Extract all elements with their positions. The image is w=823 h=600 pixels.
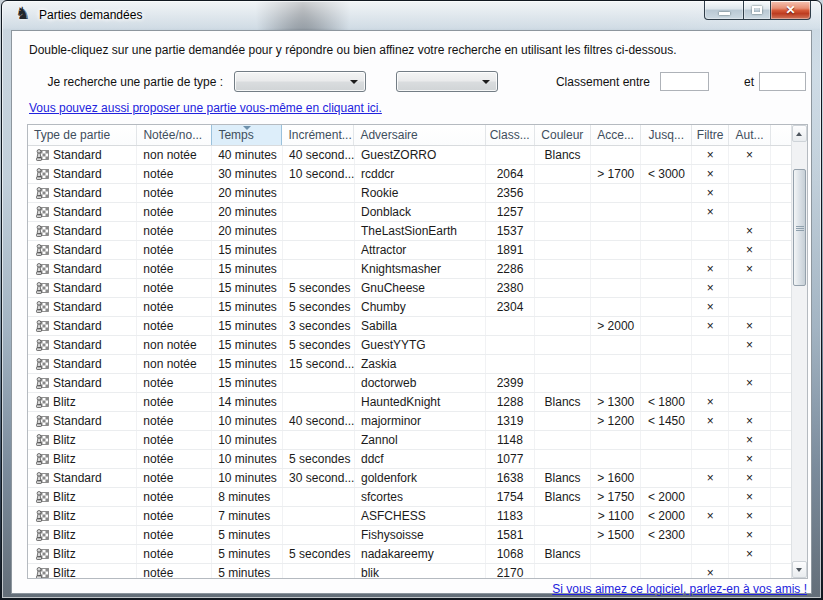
table-row[interactable]: Standardnotée15 minutes5 secondesChumby2… <box>28 298 791 317</box>
game-type-cell: Standard <box>28 355 137 373</box>
column-header-filler <box>771 125 791 145</box>
table-row[interactable]: Blitznotée7 minutesASFCHESS1183> 1100< 2… <box>28 507 791 526</box>
column-header-temps[interactable]: Temps <box>211 125 282 145</box>
game-subtype-select[interactable] <box>396 71 498 92</box>
game-type-cell: Standard <box>28 317 137 335</box>
chessboard-pawn-icon <box>35 376 49 390</box>
close-button[interactable]: ✕ <box>770 1 811 20</box>
chess-knight-icon: ♞ <box>15 4 30 24</box>
game-type-cell: Standard <box>28 222 137 240</box>
game-type-cell: Blitz <box>28 450 137 468</box>
table-row[interactable]: Standardnotée15 minutes3 secondesSabilla… <box>28 317 791 336</box>
arrow-up-icon <box>796 132 802 136</box>
column-header-jusqua[interactable]: Jusq... <box>641 125 692 145</box>
column-header-auto[interactable]: Aut... <box>729 125 771 145</box>
game-type-cell: Standard <box>28 412 137 430</box>
table-row[interactable]: Standardnotée15 minutesKnightsmasher2286… <box>28 260 791 279</box>
rating-min-input[interactable] <box>660 72 709 91</box>
table-row[interactable]: Blitznotée5 minutesblik2170× <box>28 564 791 578</box>
scrollbar-grip-icon <box>796 226 804 231</box>
column-header-type[interactable]: Type de partie <box>28 125 137 145</box>
game-type-cell: Standard <box>28 184 137 202</box>
titlebar[interactable]: ♞ Parties demandées ✕ <box>2 1 821 29</box>
column-header-filtre[interactable]: Filtre <box>692 125 728 145</box>
game-type-cell: Blitz <box>28 564 137 578</box>
sort-descending-icon <box>243 126 251 130</box>
propose-game-link[interactable]: Vous pouvez aussi proposer une partie vo… <box>29 101 382 115</box>
table-row[interactable]: Standardnotée15 minutesAttractor1891× <box>28 241 791 260</box>
game-type-cell: Standard <box>28 260 137 278</box>
chessboard-pawn-icon <box>35 243 49 257</box>
chessboard-pawn-icon <box>35 224 49 238</box>
chessboard-pawn-icon <box>35 148 49 162</box>
chessboard-pawn-icon <box>35 509 49 523</box>
table-row[interactable]: Standardnon notée15 minutes5 secondesGue… <box>28 336 791 355</box>
table-row[interactable]: Standardnon notée40 minutes40 second...G… <box>28 146 791 165</box>
table-row[interactable]: Standardnotée20 minutesTheLastSionEarth1… <box>28 222 791 241</box>
games-table: Type de partie Notée/no... Temps Incréme… <box>27 124 808 579</box>
table-row[interactable]: Standardnon notée15 minutes15 second...Z… <box>28 355 791 374</box>
column-header-increment[interactable]: Incrément... <box>282 125 354 145</box>
window-title: Parties demandées <box>39 8 142 22</box>
chessboard-pawn-icon <box>35 357 49 371</box>
game-type-cell: Standard <box>28 146 137 164</box>
chessboard-pawn-icon <box>35 167 49 181</box>
column-header-adversaire[interactable]: Adversaire <box>354 125 485 145</box>
table-row[interactable]: Blitznotée10 minutesZannol1148× <box>28 431 791 450</box>
table-row[interactable]: Blitznotée14 minutesHauntedKnight1288Bla… <box>28 393 791 412</box>
table-row[interactable]: Blitznotée5 minutesFishysoisse1581> 1500… <box>28 526 791 545</box>
game-type-label: Je recherche une partie de type : <box>42 75 223 89</box>
chessboard-pawn-icon <box>35 395 49 409</box>
content-panel: Double-cliquez sur une partie demandée p… <box>11 30 812 594</box>
column-header-rated[interactable]: Notée/no... <box>137 125 212 145</box>
chessboard-pawn-icon <box>35 186 49 200</box>
table-row[interactable]: Standardnotée15 minutes5 secondesGnuChee… <box>28 279 791 298</box>
column-header-accepte[interactable]: Acce... <box>591 125 641 145</box>
game-type-cell: Standard <box>28 165 137 183</box>
table-row[interactable]: Standardnotée30 minutes10 second...rcddc… <box>28 165 791 184</box>
chessboard-pawn-icon <box>35 528 49 542</box>
table-row[interactable]: Standardnotée10 minutes30 second...golde… <box>28 469 791 488</box>
dropdown-arrow-icon <box>350 80 358 84</box>
table-row[interactable]: Blitznotée5 minutes5 secondesnadakareemy… <box>28 545 791 564</box>
rating-between-label: Classement entre <box>492 75 650 89</box>
game-type-cell: Standard <box>28 469 137 487</box>
table-row[interactable]: Standardnotée10 minutes40 second...major… <box>28 412 791 431</box>
arrow-down-icon <box>796 568 802 572</box>
table-body: Standardnon notée40 minutes40 second...G… <box>28 146 791 578</box>
minimize-button[interactable] <box>704 1 744 20</box>
table-header: Type de partie Notée/no... Temps Incréme… <box>28 125 791 146</box>
game-type-cell: Blitz <box>28 507 137 525</box>
game-type-cell: Standard <box>28 336 137 354</box>
game-type-select[interactable] <box>234 71 366 92</box>
scrollbar-up-button[interactable] <box>792 125 807 142</box>
game-type-cell: Blitz <box>28 545 137 563</box>
column-header-classement[interactable]: Class... <box>486 125 535 145</box>
table-row[interactable]: Standardnotée20 minutesDonblack1257× <box>28 203 791 222</box>
game-type-cell: Standard <box>28 298 137 316</box>
dropdown-arrow-icon <box>482 80 490 84</box>
scrollbar-thumb[interactable] <box>793 169 806 286</box>
table-row[interactable]: Standardnotée15 minutesdoctorweb2399× <box>28 374 791 393</box>
chessboard-pawn-icon <box>35 490 49 504</box>
game-type-cell: Blitz <box>28 431 137 449</box>
chessboard-pawn-icon <box>35 452 49 466</box>
chessboard-pawn-icon <box>35 433 49 447</box>
table-row[interactable]: Blitznotée10 minutes5 secondesddcf1077× <box>28 450 791 469</box>
game-type-cell: Standard <box>28 203 137 221</box>
table-row[interactable]: Standardnotée20 minutesRookie2356× <box>28 184 791 203</box>
chessboard-pawn-icon <box>35 566 49 578</box>
vertical-scrollbar[interactable] <box>791 125 807 578</box>
scrollbar-down-button[interactable] <box>792 561 807 578</box>
rating-max-input[interactable] <box>759 72 806 91</box>
table-row[interactable]: Blitznotée8 minutessfcortes1754Blancs> 1… <box>28 488 791 507</box>
minimize-icon <box>719 12 730 15</box>
tell-friends-link[interactable]: Si vous aimez ce logiciel, parlez-en à v… <box>552 582 807 596</box>
column-header-couleur[interactable]: Couleur <box>535 125 591 145</box>
scrollbar-track[interactable] <box>792 142 807 561</box>
maximize-button[interactable] <box>744 1 770 20</box>
chessboard-pawn-icon <box>35 547 49 561</box>
game-type-cell: Standard <box>28 279 137 297</box>
and-label: et <box>739 75 759 89</box>
chessboard-pawn-icon <box>35 262 49 276</box>
